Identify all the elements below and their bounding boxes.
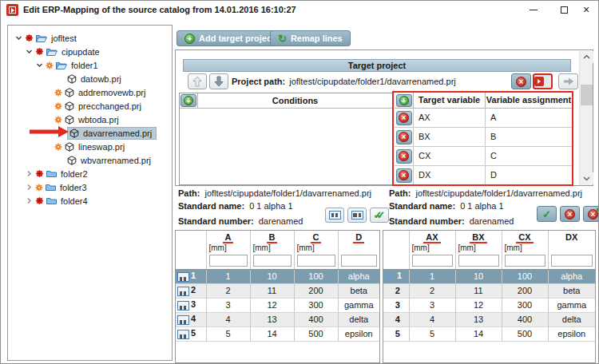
filter-input[interactable] bbox=[253, 255, 292, 267]
table-row[interactable]: 3 312300gamma bbox=[383, 298, 595, 312]
table-row[interactable]: 5 514500epsilon bbox=[383, 326, 595, 341]
tree-item-folder1[interactable]: folder1 bbox=[8, 58, 172, 72]
filter-input[interactable] bbox=[458, 255, 499, 267]
part-cube-icon bbox=[67, 156, 77, 165]
target-variable-cell[interactable]: CX bbox=[414, 147, 486, 165]
add-target-project-button[interactable]: + Add target project bbox=[177, 30, 283, 46]
remove-variable-button[interactable]: × bbox=[396, 130, 412, 144]
target-variable-cell[interactable]: DX bbox=[414, 166, 486, 184]
chevron-right-icon[interactable] bbox=[26, 184, 33, 191]
line-mapping-icon[interactable] bbox=[177, 272, 189, 282]
tree-item-lineswap[interactable]: lineswap.prj bbox=[8, 140, 172, 153]
remap-icon: ↻ bbox=[278, 34, 287, 44]
tree-item-precchanged[interactable]: precchanged.prj bbox=[8, 99, 172, 113]
column-header[interactable]: D bbox=[338, 231, 379, 253]
apply-all-button[interactable]: ✓✓ bbox=[370, 208, 389, 223]
title-bar: Edit ERP-Mapping of the source catalog f… bbox=[1, 1, 598, 20]
tree-item-jofltest[interactable]: jofltest bbox=[8, 31, 172, 45]
column-header[interactable]: AX[mm] bbox=[409, 231, 455, 253]
corner-cell bbox=[176, 231, 206, 253]
line-mapping-icon[interactable] bbox=[177, 315, 189, 325]
chevron-down-icon[interactable] bbox=[15, 34, 22, 42]
open-folder-icon bbox=[56, 61, 67, 70]
reject-mapping-button[interactable]: × bbox=[560, 206, 580, 222]
show-expression-columns-button[interactable] bbox=[347, 208, 367, 223]
chevron-right-icon[interactable] bbox=[26, 170, 33, 177]
tree-item-wbvarrenamed[interactable]: wbvarrenamed.prj bbox=[8, 153, 172, 167]
column-header[interactable]: CX[mm] bbox=[502, 231, 548, 253]
remap-lines-button[interactable]: ↻ Remap lines bbox=[270, 30, 351, 46]
move-down-button[interactable] bbox=[209, 73, 228, 89]
filter-input[interactable] bbox=[297, 255, 335, 267]
plus-icon: + bbox=[184, 96, 193, 105]
add-variable-button[interactable]: + bbox=[396, 94, 412, 107]
vertical-scrollbar[interactable] bbox=[579, 51, 593, 185]
table-row[interactable]: 2 211200beta bbox=[383, 283, 595, 298]
chevron-down-icon[interactable] bbox=[36, 61, 43, 69]
tree-item-folder2[interactable]: folder2 bbox=[8, 167, 172, 180]
filter-input[interactable] bbox=[551, 255, 593, 267]
current-line-arrow-icon bbox=[385, 272, 395, 282]
filter-input[interactable] bbox=[341, 255, 378, 267]
remove-variable-button[interactable]: × bbox=[396, 168, 412, 183]
close-button[interactable]: × bbox=[573, 1, 599, 18]
part-cube-icon bbox=[65, 101, 74, 111]
variable-assignment-cell[interactable]: C bbox=[486, 147, 572, 165]
standard-name-label: Standard name: bbox=[178, 201, 244, 211]
line-mapping-icon[interactable] bbox=[177, 287, 189, 296]
scroll-down-button[interactable] bbox=[580, 172, 593, 184]
tree-item-folder3[interactable]: folder3 bbox=[8, 180, 172, 194]
table-columns-icon bbox=[329, 211, 341, 220]
table-row[interactable]: 4 413400delta bbox=[383, 312, 595, 326]
column-header[interactable]: C[mm] bbox=[294, 231, 338, 253]
filter-input[interactable] bbox=[209, 255, 248, 267]
target-variable-cell[interactable]: BX bbox=[414, 128, 486, 146]
red-star-badge-icon bbox=[25, 34, 34, 42]
tree-item-davarrenamed-selected[interactable]: davarrenamed.prj bbox=[8, 126, 172, 140]
minimize-button[interactable] bbox=[520, 1, 547, 18]
variable-assignment-cell[interactable]: D bbox=[486, 166, 572, 184]
tree-item-label: folder2 bbox=[59, 169, 89, 179]
table-row[interactable]: 1 110100alpha bbox=[383, 269, 595, 283]
filter-input[interactable] bbox=[412, 255, 453, 267]
remove-variable-button[interactable]: × bbox=[396, 149, 412, 164]
forward-button[interactable] bbox=[558, 73, 578, 89]
column-header[interactable]: B[mm] bbox=[250, 231, 294, 253]
target-variable-cell[interactable]: AX bbox=[414, 109, 486, 127]
line-mapping-icon[interactable] bbox=[177, 330, 189, 339]
move-up-button[interactable] bbox=[188, 73, 207, 89]
scroll-up-button[interactable] bbox=[580, 51, 593, 63]
column-header[interactable]: DX bbox=[548, 231, 595, 253]
delete-target-project-button[interactable]: × bbox=[511, 73, 531, 89]
table-row[interactable]: 5 514500epsilon bbox=[176, 326, 379, 341]
tree-item-folder4[interactable]: folder4 bbox=[8, 194, 172, 208]
variable-assignment-cell[interactable]: A bbox=[486, 109, 572, 127]
chevron-down-icon[interactable] bbox=[26, 48, 33, 55]
table-row[interactable]: 4 413400delta bbox=[176, 312, 379, 326]
variable-assignment-cell[interactable]: B bbox=[486, 128, 572, 146]
tree-item-cipupdate[interactable]: cipupdate bbox=[8, 45, 172, 58]
tree-item-addremovewb[interactable]: addremovewb.prj bbox=[8, 85, 172, 99]
chevron-right-icon[interactable] bbox=[26, 197, 33, 204]
tree-item-label: addremovewb.prj bbox=[77, 88, 147, 97]
filter-input[interactable] bbox=[505, 255, 545, 267]
column-header[interactable]: BX[mm] bbox=[455, 231, 502, 253]
gear-badge-icon bbox=[54, 143, 62, 151]
closed-folder-icon bbox=[46, 196, 57, 205]
open-in-app-button[interactable] bbox=[533, 73, 553, 89]
reject-and-continue-button[interactable]: × bbox=[583, 206, 599, 222]
show-number-columns-button[interactable] bbox=[325, 208, 344, 223]
tree-item-datowb[interactable]: datowb.prj bbox=[8, 72, 172, 85]
accept-mapping-button[interactable]: ✓ bbox=[537, 206, 557, 222]
minimize-icon bbox=[530, 10, 538, 10]
column-header[interactable]: A[mm] bbox=[206, 231, 250, 253]
add-condition-button[interactable]: + bbox=[180, 94, 196, 107]
variable-row: × BX B bbox=[395, 128, 572, 147]
tree-item-wbtoda[interactable]: wbtoda.prj bbox=[8, 113, 172, 126]
line-mapping-icon[interactable] bbox=[177, 301, 189, 311]
scrollbar-thumb[interactable] bbox=[581, 85, 593, 105]
remove-variable-button[interactable]: × bbox=[396, 111, 412, 125]
table-row[interactable]: 1 110100alpha bbox=[176, 269, 379, 283]
table-row[interactable]: 3 312300gamma bbox=[176, 298, 379, 312]
table-row[interactable]: 2 211200beta bbox=[176, 283, 379, 298]
